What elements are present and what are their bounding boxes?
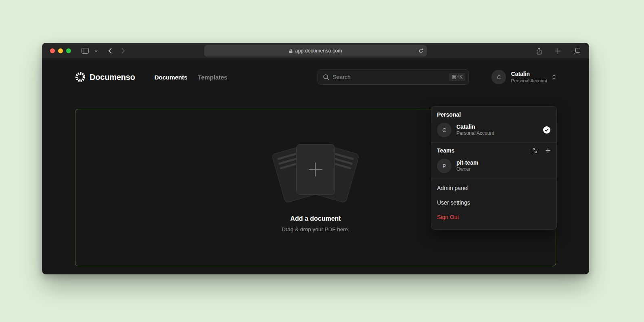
forward-button[interactable]: [119, 45, 128, 56]
sidebar-chevron-down-icon[interactable]: [92, 45, 100, 56]
app-content: Documenso Documents Templates ⌘+K C Cata…: [42, 59, 589, 274]
teams-section-header: Teams: [431, 142, 556, 157]
url-text: app.documenso.com: [295, 48, 342, 54]
close-window-button[interactable]: [50, 48, 55, 53]
selected-check-icon: [543, 126, 551, 134]
address-bar[interactable]: app.documenso.com: [204, 45, 427, 56]
documenso-logo-icon: [75, 72, 86, 82]
tab-overview-icon[interactable]: [571, 45, 583, 56]
team-item-pit-team[interactable]: P pit-team Owner: [431, 157, 556, 178]
app-header: Documenso Documents Templates ⌘+K C Cata…: [75, 59, 556, 95]
browser-toolbar: app.documenso.com: [42, 43, 589, 59]
share-icon[interactable]: [534, 45, 544, 56]
account-name: Catalin: [511, 71, 547, 78]
account-dropdown-menu: Personal C Catalin Personal Account Team…: [431, 106, 557, 230]
brand-logo-link[interactable]: Documenso: [75, 72, 135, 82]
personal-avatar: C: [437, 123, 452, 137]
search-shortcut-badge: ⌘+K: [449, 73, 465, 81]
window-controls: [50, 43, 71, 59]
chevron-up-down-icon: [552, 74, 556, 80]
team-role: Owner: [456, 166, 478, 173]
refresh-icon[interactable]: [418, 48, 424, 54]
nav-item-templates[interactable]: Templates: [198, 74, 227, 81]
account-type: Personal Account: [511, 78, 547, 84]
front-card: [296, 144, 335, 195]
search-icon: [323, 74, 329, 80]
toolbar-right-group: [534, 43, 583, 59]
teams-section-label: Teams: [437, 147, 454, 154]
personal-type: Personal Account: [456, 130, 494, 137]
dropzone-title: Add a document: [290, 215, 341, 222]
nav-item-documents[interactable]: Documents: [155, 74, 188, 81]
dropzone-subtitle: Drag & drop your PDF here.: [282, 226, 349, 232]
menu-items: Admin panel User settings Sign Out: [431, 178, 556, 227]
personal-name: Catalin: [456, 123, 494, 130]
account-avatar: C: [491, 70, 506, 84]
browser-window: app.documenso.com Documenso: [42, 43, 589, 274]
document-stack-illustration: [271, 143, 360, 204]
menu-item-admin-panel[interactable]: Admin panel: [431, 181, 556, 195]
team-name: pit-team: [456, 159, 478, 166]
manage-teams-icon[interactable]: [531, 148, 538, 153]
back-button[interactable]: [106, 45, 114, 56]
account-menu-button[interactable]: C Catalin Personal Account: [491, 70, 556, 84]
toolbar-nav-group: [79, 43, 128, 59]
personal-account-item[interactable]: C Catalin Personal Account: [431, 121, 556, 142]
search-bar[interactable]: ⌘+K: [318, 69, 469, 85]
personal-section-label: Personal: [431, 107, 556, 121]
primary-nav: Documents Templates: [155, 74, 228, 81]
new-tab-icon[interactable]: [552, 45, 563, 56]
search-input[interactable]: [332, 74, 445, 80]
add-team-icon[interactable]: [545, 148, 551, 153]
menu-item-sign-out[interactable]: Sign Out: [431, 210, 556, 224]
minimize-window-button[interactable]: [58, 48, 63, 53]
plus-icon: [309, 163, 322, 176]
lock-icon: [289, 49, 293, 53]
team-avatar: P: [437, 159, 452, 173]
menu-item-user-settings[interactable]: User settings: [431, 195, 556, 210]
zoom-window-button[interactable]: [66, 48, 71, 53]
sidebar-toggle-icon[interactable]: [79, 45, 91, 56]
brand-name: Documenso: [90, 73, 135, 82]
